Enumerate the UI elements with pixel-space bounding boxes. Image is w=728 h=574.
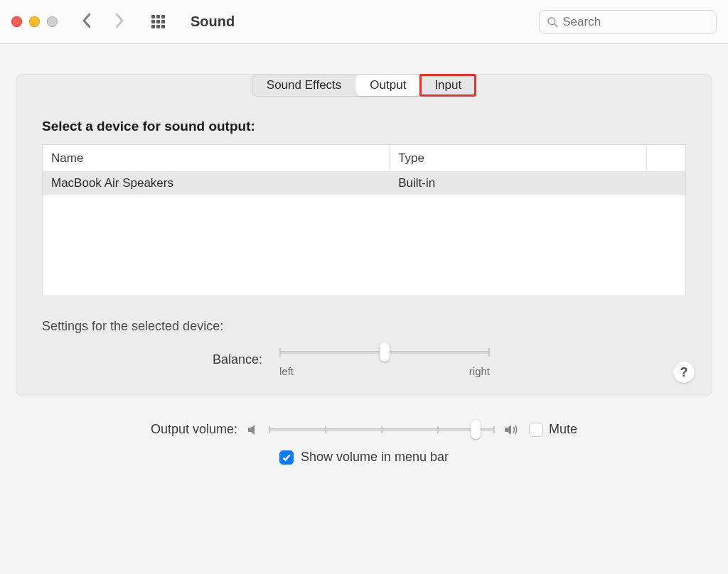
speaker-high-icon xyxy=(502,423,520,437)
balance-right-label: right xyxy=(469,365,490,377)
col-name[interactable]: Name xyxy=(43,145,390,171)
show-volume-menubar-label: Show volume in menu bar xyxy=(301,450,449,465)
tab-input[interactable]: Input xyxy=(420,75,476,96)
output-volume-row: Output volume: Mute xyxy=(151,422,577,437)
search-input[interactable] xyxy=(562,15,709,29)
device-type: Built-in xyxy=(390,176,685,190)
output-volume-slider[interactable] xyxy=(269,428,493,431)
balance-slider[interactable] xyxy=(279,351,490,354)
device-name: MacBook Air Speakers xyxy=(43,176,390,190)
help-button[interactable]: ? xyxy=(673,362,695,383)
balance-control: Balance: left right xyxy=(170,351,686,377)
table-row[interactable]: MacBook Air Speakers Built-in xyxy=(43,172,685,195)
show-volume-menubar-control[interactable]: Show volume in menu bar xyxy=(279,450,449,465)
tab-output[interactable]: Output xyxy=(355,75,420,96)
traffic-lights xyxy=(11,16,58,27)
sound-panel: Sound Effects Output Input Select a devi… xyxy=(16,74,712,396)
svg-line-1 xyxy=(555,23,557,26)
mute-checkbox[interactable] xyxy=(529,423,543,437)
speaker-low-icon xyxy=(246,423,260,437)
tab-sound-effects[interactable]: Sound Effects xyxy=(252,75,356,96)
search-icon xyxy=(547,16,558,28)
mute-control[interactable]: Mute xyxy=(529,422,577,437)
show-all-icon[interactable] xyxy=(151,15,165,28)
close-window-button[interactable] xyxy=(11,16,22,27)
device-table-header: Name Type xyxy=(43,145,685,172)
show-volume-menubar-checkbox[interactable] xyxy=(279,450,294,465)
output-volume-label: Output volume: xyxy=(151,422,237,437)
forward-button[interactable] xyxy=(114,13,124,31)
col-type[interactable]: Type xyxy=(390,145,647,171)
volume-slider-thumb[interactable] xyxy=(471,420,481,439)
nav-arrows xyxy=(82,13,124,31)
balance-slider-thumb[interactable] xyxy=(380,342,390,362)
sound-tabs: Sound Effects Output Input xyxy=(252,74,476,97)
window-title: Sound xyxy=(191,13,235,30)
output-heading: Select a device for sound output: xyxy=(42,119,686,134)
search-field[interactable] xyxy=(539,10,717,34)
minimize-window-button[interactable] xyxy=(29,16,40,27)
back-button[interactable] xyxy=(82,13,92,31)
mute-label: Mute xyxy=(549,422,577,437)
balance-left-label: left xyxy=(279,365,294,377)
zoom-window-button[interactable] xyxy=(47,16,58,27)
output-device-table: Name Type MacBook Air Speakers Built-in xyxy=(42,144,686,296)
balance-label: Balance: xyxy=(170,352,262,367)
titlebar: Sound xyxy=(0,0,728,44)
bottom-controls: Output volume: Mute Show volume in menu … xyxy=(0,422,728,465)
settings-heading: Settings for the selected device: xyxy=(42,319,686,334)
